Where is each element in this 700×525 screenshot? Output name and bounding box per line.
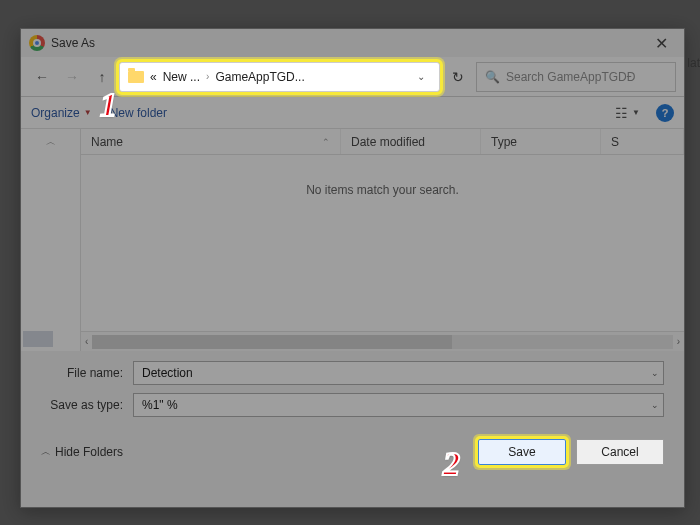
scroll-track[interactable] <box>92 335 672 349</box>
search-icon: 🔍 <box>485 70 500 84</box>
chrome-icon <box>29 35 45 51</box>
file-fields: File name: Detection ⌄ Save as type: %1"… <box>21 351 684 429</box>
navigation-bar: ← → ↑ « New ... › GameAppTGD... ⌄ ↻ 🔍 Se… <box>21 57 684 97</box>
filename-value: Detection <box>142 366 193 380</box>
forward-button[interactable]: → <box>59 64 85 90</box>
column-name-label: Name <box>91 135 123 149</box>
window-title: Save As <box>51 36 95 50</box>
filename-dropdown-icon[interactable]: ⌄ <box>651 368 659 378</box>
up-button[interactable]: ↑ <box>89 64 115 90</box>
file-list: Name ⌃ Date modified Type S No items mat… <box>81 129 684 351</box>
search-placeholder: Search GameAppTGDĐ <box>506 70 635 84</box>
chevron-right-icon: › <box>206 71 209 82</box>
hide-folders-toggle[interactable]: ︿ Hide Folders <box>41 445 123 459</box>
new-folder-button[interactable]: New folder <box>110 106 167 120</box>
column-name[interactable]: Name ⌃ <box>81 129 341 154</box>
help-button[interactable]: ? <box>656 104 674 122</box>
empty-message: No items match your search. <box>81 155 684 331</box>
breadcrumb-prefix: « <box>150 70 157 84</box>
cancel-button[interactable]: Cancel <box>576 439 664 465</box>
breadcrumb-segment[interactable]: New ... <box>163 70 200 84</box>
breadcrumb-dropdown[interactable]: ⌄ <box>411 71 431 82</box>
organize-label: Organize <box>31 106 80 120</box>
hide-folders-label: Hide Folders <box>55 445 123 459</box>
chevron-up-icon: ︿ <box>41 445 51 459</box>
dropdown-icon: ▼ <box>84 108 92 117</box>
column-type[interactable]: Type <box>481 129 601 154</box>
tree-selection <box>23 331 53 347</box>
filename-input[interactable]: Detection ⌄ <box>133 361 664 385</box>
refresh-button[interactable]: ↻ <box>444 63 472 91</box>
view-options-button[interactable]: ☷ ▼ <box>609 105 646 121</box>
savetype-value: %1" % <box>142 398 178 412</box>
filename-label: File name: <box>41 366 133 380</box>
scroll-thumb[interactable] <box>92 335 452 349</box>
background-text: lat <box>687 56 700 70</box>
save-button[interactable]: Save <box>478 439 566 465</box>
tree-collapse-icon[interactable]: ︿ <box>46 135 56 149</box>
folder-tree[interactable]: ︿ <box>21 129 81 351</box>
breadcrumb-segment[interactable]: GameAppTGD... <box>215 70 304 84</box>
organize-menu[interactable]: Organize ▼ <box>31 106 92 120</box>
breadcrumb[interactable]: « New ... › GameAppTGD... ⌄ <box>119 62 440 92</box>
scroll-right-icon[interactable]: › <box>677 336 680 347</box>
title-bar: Save As ✕ <box>21 29 684 57</box>
list-view-icon: ☷ <box>615 105 628 121</box>
savetype-dropdown-icon[interactable]: ⌄ <box>651 400 659 410</box>
horizontal-scrollbar[interactable]: ‹ › <box>81 331 684 351</box>
file-browser-body: ︿ Name ⌃ Date modified Type S No items m… <box>21 129 684 351</box>
save-as-dialog: Save As ✕ ← → ↑ « New ... › GameAppTGD..… <box>20 28 685 508</box>
sort-icon: ⌃ <box>322 137 330 147</box>
toolbar: Organize ▼ New folder ☷ ▼ ? <box>21 97 684 129</box>
close-button[interactable]: ✕ <box>647 32 676 55</box>
column-size[interactable]: S <box>601 129 684 154</box>
savetype-label: Save as type: <box>41 398 133 412</box>
dialog-footer: ︿ Hide Folders Save Cancel <box>21 429 684 479</box>
column-date[interactable]: Date modified <box>341 129 481 154</box>
column-headers: Name ⌃ Date modified Type S <box>81 129 684 155</box>
search-input[interactable]: 🔍 Search GameAppTGDĐ <box>476 62 676 92</box>
back-button[interactable]: ← <box>29 64 55 90</box>
savetype-select[interactable]: %1" % ⌄ <box>133 393 664 417</box>
scroll-left-icon[interactable]: ‹ <box>85 336 88 347</box>
folder-icon <box>128 71 144 83</box>
